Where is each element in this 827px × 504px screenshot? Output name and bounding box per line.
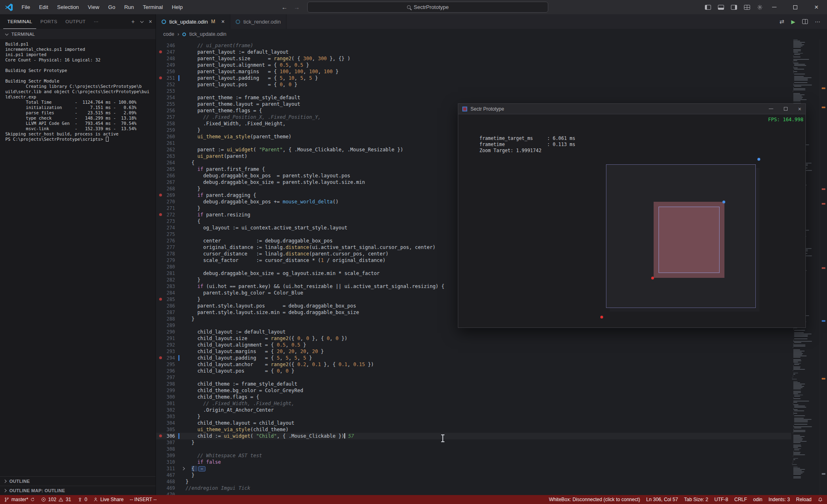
code-text[interactable]: parent := ui_widget( "Parent", { .Mouse_… — [186, 146, 403, 153]
code-text[interactable]: debug.draggable_box_pos += mouse_world_d… — [186, 199, 339, 205]
gutter[interactable]: 283 — [156, 283, 186, 290]
more-actions-icon[interactable]: ⋯ — [815, 18, 820, 25]
code-line[interactable]: 250 parent_layout.margins = { 100, 100, … — [156, 68, 791, 75]
code-text[interactable]: child_theme.layout = child_layout — [186, 420, 294, 426]
code-line[interactable]: 253 — [156, 88, 791, 94]
gutter[interactable]: 301 — [156, 400, 186, 407]
gutter[interactable]: 293 — [156, 348, 186, 355]
gutter[interactable]: 296 — [156, 368, 186, 374]
gutter[interactable]: 308 — [156, 446, 186, 452]
code-line[interactable]: 247 parent_layout := default_layout — [156, 49, 791, 55]
section-outline-map[interactable]: OUTLINE MAP: OUTLINE — [0, 486, 155, 495]
tab-size-indicator[interactable]: Tab Size: 2 — [684, 497, 708, 502]
panel-tab-ports[interactable]: PORTS — [36, 14, 61, 29]
code-text[interactable]: // .Fixed_Position_X, .Fixed_Position_Y, — [186, 114, 321, 120]
gutter[interactable]: 309 — [156, 452, 186, 459]
code-text[interactable]: } — [186, 127, 200, 133]
code-line[interactable]: 292 child_layout.alignment = { 0.5, 0.5 … — [156, 342, 791, 348]
menu-go[interactable]: Go — [104, 0, 120, 14]
code-text[interactable]: { — [186, 159, 195, 166]
gutter[interactable]: 257 — [156, 114, 186, 120]
code-text[interactable]: } — [186, 439, 195, 446]
code-text[interactable]: parent_layout.pos = { 0, 0 } — [186, 81, 298, 88]
gutter[interactable]: 299 — [156, 387, 186, 394]
code-line[interactable]: 252 parent_layout.pos = { 0, 0 } — [156, 81, 791, 88]
tab-tick-update[interactable]: tick_update.odin M × — [156, 14, 230, 29]
sectr-close-button[interactable]: × — [798, 106, 801, 112]
gutter[interactable]: 264 — [156, 159, 186, 166]
code-text[interactable]: .Fixed_Width, .Fixed_Height, — [186, 120, 286, 127]
sectr-maximize-button[interactable] — [784, 107, 788, 111]
code-text[interactable]: if (ui.hot == parent.key) && (ui.hot_res… — [186, 283, 444, 290]
menu-terminal[interactable]: Terminal — [138, 0, 167, 14]
gutter[interactable]: 246 — [156, 42, 186, 49]
child-widget-box[interactable] — [654, 202, 724, 278]
gutter[interactable]: 280 — [156, 264, 186, 270]
code-line[interactable]: 304 child_theme.layout = child_layout — [156, 420, 791, 426]
gutter[interactable]: 303 — [156, 413, 186, 420]
gutter[interactable]: 304 — [156, 420, 186, 426]
gutter[interactable]: 284 — [156, 290, 186, 296]
code-text[interactable]: child_layout.padding = { 5, 5, 5, 5 } — [186, 355, 312, 361]
code-text[interactable]: parent.style.bg_color = Color_Blue — [186, 290, 303, 296]
code-line[interactable]: 307 } — [156, 439, 791, 446]
breadcrumb-file[interactable]: tick_update.odin — [189, 31, 226, 37]
breadcrumb[interactable]: code › tick_update.odin — [156, 29, 827, 39]
gutter[interactable]: 307 — [156, 439, 186, 446]
code-line[interactable]: 305 ui_theme_via_style(child_theme) — [156, 426, 791, 433]
cursor-position[interactable]: Ln 306, Col 57 — [646, 497, 678, 502]
code-text[interactable]: parent_theme := frame_style_default — [186, 94, 300, 101]
code-text[interactable]: debug.draggable_box_pos = parent.style.l… — [186, 172, 350, 179]
code-line[interactable]: 295 child_layout.anchor = range2({ 0.2, … — [156, 361, 791, 368]
gutter[interactable]: 256 — [156, 107, 186, 114]
problems-status[interactable]: 102 31 — [41, 497, 71, 502]
split-editor-icon[interactable] — [802, 19, 808, 24]
sectr-minimize-button[interactable] — [769, 109, 773, 109]
gutter[interactable]: 268 — [156, 185, 186, 192]
terminal-output[interactable]: Build.ps1incremental_checks.ps1 imported… — [0, 39, 155, 142]
gutter[interactable]: 249 — [156, 62, 186, 68]
gutter[interactable]: 278 — [156, 251, 186, 257]
eol-indicator[interactable]: CRLF — [734, 497, 747, 502]
gutter[interactable]: 292 — [156, 342, 186, 348]
gutter[interactable]: 281 — [156, 270, 186, 277]
reload-button[interactable]: Reload — [796, 497, 812, 502]
gutter[interactable]: 267 — [156, 179, 186, 185]
terminal-profile-chevron-icon[interactable] — [140, 20, 144, 23]
gutter[interactable]: 289 — [156, 322, 186, 329]
code-line[interactable]: 311 { ⋯ — [156, 465, 791, 472]
code-text[interactable]: child_layout.alignment = { 0.5, 0.5 } — [186, 342, 306, 348]
code-line[interactable]: 254 parent_theme := frame_style_default — [156, 94, 791, 101]
code-line[interactable]: 246 // ui_parent(frame) — [156, 42, 791, 49]
code-text[interactable]: parent_theme.layout = parent_layout — [186, 101, 300, 107]
language-mode[interactable]: odin — [753, 497, 763, 502]
gutter[interactable]: 271 — [156, 205, 186, 212]
breadcrumb-folder[interactable]: code — [163, 31, 174, 37]
gutter[interactable]: 297 — [156, 374, 186, 381]
code-text[interactable]: } — [186, 478, 188, 485]
gutter[interactable]: 253 — [156, 88, 186, 94]
code-text[interactable]: } — [186, 185, 200, 192]
code-text[interactable]: child_theme.flags = { — [186, 394, 259, 400]
code-line[interactable]: 300 child_theme.flags = { — [156, 394, 791, 400]
code-text[interactable]: ui_theme_via_style(child_theme) — [186, 426, 289, 433]
code-text[interactable]: parent_layout.margins = { 100, 100, 100,… — [186, 68, 339, 75]
gutter[interactable]: 259 — [156, 127, 186, 133]
menu-edit[interactable]: Edit — [35, 0, 53, 14]
gutter[interactable]: 467 — [156, 472, 186, 478]
gutter[interactable]: 288 — [156, 316, 186, 322]
code-line[interactable]: 291 child_layout.size = range2({ 0, 0 },… — [156, 335, 791, 342]
gutter[interactable]: 302 — [156, 407, 186, 413]
code-text[interactable]: //endregion Imgui Tick — [186, 485, 250, 491]
panel-tab-terminal[interactable]: TERMINAL — [3, 14, 36, 29]
menu-file[interactable]: File — [17, 0, 35, 14]
code-text[interactable]: center := debug.draggable_box_pos — [186, 238, 333, 244]
code-text[interactable]: // Whitespace AST test — [186, 452, 262, 459]
close-panel-icon[interactable]: × — [149, 18, 152, 25]
gutter[interactable]: 254 — [156, 94, 186, 101]
indents-indicator[interactable]: Indents: 3 — [768, 497, 790, 502]
settings-gear-icon[interactable] — [757, 4, 763, 10]
code-line[interactable]: 309 // Whitespace AST test — [156, 452, 791, 459]
command-center-search[interactable]: SectrPrototype — [307, 2, 548, 13]
code-text[interactable]: .Origin_At_Anchor_Center — [186, 407, 274, 413]
